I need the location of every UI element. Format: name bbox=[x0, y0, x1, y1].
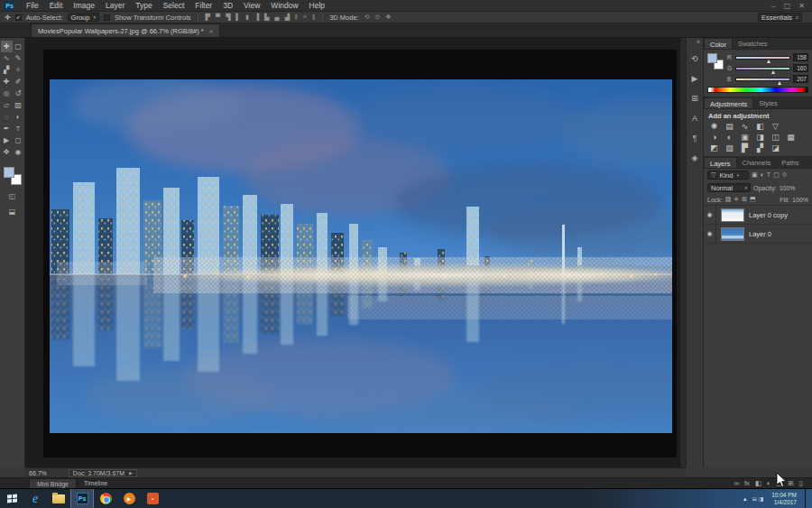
zoom-level-field[interactable]: 66.7% bbox=[29, 470, 47, 476]
move-tool[interactable]: ✛ bbox=[1, 41, 13, 52]
close-tab-icon[interactable]: × bbox=[209, 27, 214, 35]
dodge-tool[interactable]: ◐ bbox=[13, 111, 24, 123]
slider-thumb[interactable] bbox=[767, 60, 770, 63]
channel-mixer-icon[interactable]: ◫ bbox=[770, 133, 781, 142]
layer-row[interactable]: ◉Layer 0 bbox=[704, 225, 812, 244]
document-tab[interactable]: MoviesPopular Wallpapers-27.jpg @ 66.7% … bbox=[31, 23, 220, 37]
taskbar-internet-explorer[interactable]: e bbox=[23, 489, 47, 508]
menu-filter[interactable]: Filter bbox=[189, 0, 217, 12]
foreground-color-swatch[interactable] bbox=[4, 167, 14, 178]
history-panel-icon[interactable]: ⟲ bbox=[691, 54, 698, 63]
eraser-tool[interactable]: ▱ bbox=[1, 99, 13, 111]
tab-paths[interactable]: Paths bbox=[776, 157, 804, 168]
blur-tool[interactable]: ◌ bbox=[1, 111, 13, 123]
menu-layer[interactable]: Layer bbox=[100, 0, 130, 12]
blend-mode-select[interactable]: Normal ▾ bbox=[707, 183, 751, 192]
filter-type-icon-2[interactable]: T bbox=[767, 171, 770, 179]
align-icon-1[interactable]: ▀ bbox=[215, 14, 221, 21]
start-button[interactable] bbox=[0, 489, 23, 508]
lock-icon-1[interactable]: ✛ bbox=[734, 196, 739, 203]
layer-filter-select[interactable]: ▽ Kind ▾ bbox=[707, 171, 749, 180]
tab-swatches[interactable]: Swatches bbox=[733, 38, 773, 49]
threshold-icon[interactable]: ▛ bbox=[739, 143, 751, 152]
lock-icon-0[interactable]: ▨ bbox=[725, 196, 732, 203]
align-icon-4[interactable]: ▮ bbox=[245, 14, 250, 21]
layer-mask-icon[interactable]: ◧ bbox=[755, 479, 761, 487]
slider-value[interactable]: 158 bbox=[793, 53, 808, 61]
align-icon-5[interactable]: ▐ bbox=[254, 14, 260, 21]
lock-icon-2[interactable]: ⊞ bbox=[742, 196, 747, 203]
brightness-contrast-icon[interactable]: ✺ bbox=[708, 122, 720, 131]
slider-value[interactable]: 207 bbox=[793, 75, 808, 83]
tab-styles[interactable]: Styles bbox=[753, 97, 782, 108]
canvas-area[interactable] bbox=[25, 38, 686, 467]
color-balance-icon[interactable]: ◐ bbox=[724, 133, 735, 142]
slider-value[interactable]: 160 bbox=[793, 64, 808, 72]
posterize-icon[interactable]: ▧ bbox=[724, 143, 735, 152]
vertical-scrollbar[interactable] bbox=[679, 38, 686, 467]
align-icon-11[interactable]: ⫼ bbox=[311, 14, 316, 21]
visibility-toggle[interactable]: ◉ bbox=[704, 225, 716, 244]
new-layer-icon[interactable]: ⊞ bbox=[789, 479, 794, 487]
filter-type-icon-0[interactable]: ▣ bbox=[752, 171, 758, 179]
type-tool[interactable]: T bbox=[13, 123, 24, 134]
foreground-color-swatch[interactable] bbox=[707, 53, 717, 63]
layer-row[interactable]: ◉Layer 0 copy bbox=[704, 206, 812, 225]
tab-timeline[interactable]: Timeline bbox=[77, 478, 115, 489]
link-layers-icon[interactable]: ∞ bbox=[734, 479, 739, 487]
toolbar-mode-icon-1[interactable]: ⬓ bbox=[9, 208, 16, 216]
auto-select-checkbox[interactable]: ✓ bbox=[15, 14, 22, 21]
exposure-icon[interactable]: ◧ bbox=[754, 122, 766, 131]
align-icon-6[interactable]: ▙ bbox=[263, 14, 270, 21]
filter-type-icon-3[interactable]: ▢ bbox=[773, 171, 780, 179]
brush-tool[interactable]: ✐ bbox=[13, 76, 24, 88]
workspace-switcher[interactable]: Essentials ≡ bbox=[758, 13, 802, 22]
close-button[interactable]: ✕ bbox=[798, 0, 805, 12]
mode-icon-2[interactable]: ✥ bbox=[384, 14, 392, 21]
taskbar-clock[interactable]: 10:04 PM 1/4/2017 bbox=[768, 492, 800, 505]
filter-type-icon-1[interactable]: ◐ bbox=[761, 171, 764, 179]
menu-help[interactable]: Help bbox=[304, 0, 330, 12]
color-lookup-icon[interactable]: ▦ bbox=[785, 133, 797, 142]
marquee-tool[interactable]: ▢ bbox=[13, 41, 24, 52]
tab-channels[interactable]: Channels bbox=[737, 157, 777, 168]
filter-type-icon-4[interactable]: ⟐ bbox=[782, 171, 788, 179]
pen-tool[interactable]: ✒ bbox=[1, 123, 13, 134]
expand-panels-icon[interactable]: « bbox=[697, 38, 703, 49]
selective-color-icon[interactable]: ◪ bbox=[770, 143, 781, 152]
tab-color[interactable]: Color bbox=[704, 38, 733, 49]
taskbar-photoshop[interactable]: Ps bbox=[70, 489, 94, 508]
visibility-toggle[interactable]: ◉ bbox=[704, 206, 716, 225]
slider-track-b[interactable] bbox=[735, 78, 790, 81]
color-spectrum-ramp[interactable] bbox=[707, 87, 808, 93]
healing-brush-tool[interactable]: ✚ bbox=[1, 76, 13, 88]
status-arrow-icon[interactable]: ▶ bbox=[129, 470, 133, 476]
menu-edit[interactable]: Edit bbox=[44, 0, 69, 12]
eyedropper-tool[interactable]: ✧ bbox=[13, 64, 24, 76]
clone-source-panel-icon[interactable]: ◈ bbox=[692, 153, 698, 162]
gradient-tool[interactable]: ▨ bbox=[13, 99, 24, 111]
minimize-button[interactable]: – bbox=[771, 0, 775, 12]
menu-view[interactable]: View bbox=[238, 0, 265, 12]
mode-icon-0[interactable]: ⟲ bbox=[364, 14, 371, 21]
align-icon-0[interactable]: ▛ bbox=[205, 14, 211, 21]
slider-thumb[interactable] bbox=[771, 70, 775, 74]
lasso-tool[interactable]: ∿ bbox=[1, 52, 13, 64]
layer-style-icon[interactable]: fx bbox=[744, 479, 750, 487]
group-select[interactable]: Group ▾ bbox=[68, 13, 99, 22]
tray-icons[interactable]: ⊟ ◨ bbox=[752, 495, 763, 502]
menu-3d[interactable]: 3D bbox=[217, 0, 238, 12]
black-white-icon[interactable]: ▣ bbox=[739, 133, 751, 142]
adjustment-layer-icon[interactable]: ◐ bbox=[767, 479, 771, 487]
fill-value[interactable]: 100% bbox=[792, 197, 808, 203]
show-transform-checkbox[interactable] bbox=[104, 14, 110, 21]
paragraph-panel-icon[interactable]: ¶ bbox=[693, 134, 697, 143]
taskbar-chrome[interactable] bbox=[94, 489, 117, 508]
align-icon-10[interactable]: ≡ bbox=[302, 14, 308, 21]
actions-panel-icon[interactable]: ▶ bbox=[692, 74, 698, 83]
slider-track-g[interactable] bbox=[735, 67, 790, 70]
align-icon-7[interactable]: ▄ bbox=[274, 14, 281, 21]
restore-button[interactable]: ▢ bbox=[784, 0, 791, 12]
delete-layer-icon[interactable]: ▯ bbox=[799, 479, 803, 487]
opacity-value[interactable]: 100% bbox=[780, 185, 796, 191]
